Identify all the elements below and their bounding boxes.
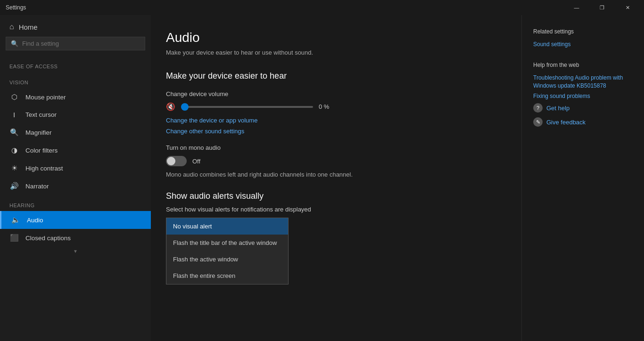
home-icon: ⌂ <box>9 23 14 31</box>
page-title: Audio <box>166 30 499 45</box>
give-feedback-row[interactable]: ✎ Give feedback <box>533 117 633 127</box>
volume-mute-icon: 🔇 <box>166 102 175 111</box>
related-settings-title: Related settings <box>533 28 633 35</box>
sidebar-item-label: Closed captions <box>25 235 71 242</box>
mouse-pointer-icon: ⬡ <box>9 93 19 101</box>
sidebar-item-label: Audio <box>27 217 43 224</box>
sidebar-item-narrator[interactable]: 🔊 Narrator <box>0 177 151 195</box>
sidebar-item-magnifier[interactable]: 🔍 Magnifier <box>0 123 151 141</box>
titlebar-title: Settings <box>6 4 26 11</box>
sidebar-item-mouse-pointer[interactable]: ⬡ Mouse pointer <box>0 88 151 106</box>
mono-toggle[interactable] <box>166 156 187 166</box>
search-input[interactable] <box>22 40 140 47</box>
volume-percent: 0 % <box>319 103 329 110</box>
app-title-label: Ease of Access <box>0 56 151 72</box>
dropdown-item-flash-screen[interactable]: Flash the entire screen <box>166 268 288 284</box>
main-content: Audio Make your device easier to hear or… <box>151 0 521 341</box>
give-feedback-link[interactable]: Give feedback <box>546 119 586 126</box>
help-section: Help from the web Troubleshooting Audio … <box>533 62 633 127</box>
sidebar: ⌂ Home 🔍 Ease of Access Vision ⬡ Mouse p… <box>0 0 151 341</box>
change-sound-link[interactable]: Change other sound settings <box>166 128 499 135</box>
search-icon: 🔍 <box>11 40 18 47</box>
close-button[interactable]: ✕ <box>617 0 638 15</box>
minimize-button[interactable]: — <box>566 0 587 15</box>
text-cursor-icon: I <box>9 111 19 119</box>
get-help-link[interactable]: Get help <box>546 105 570 112</box>
hearing-section-label: Hearing <box>0 195 151 211</box>
volume-label: Change device volume <box>166 90 499 97</box>
give-feedback-icon: ✎ <box>533 117 543 127</box>
sidebar-item-label: Color filters <box>25 147 58 154</box>
sidebar-scroll-area: Vision ⬡ Mouse pointer I Text cursor 🔍 M… <box>0 72 151 341</box>
get-help-icon: ? <box>533 103 543 113</box>
home-label: Home <box>19 23 38 31</box>
dropdown-item-no-visual[interactable]: No visual alert <box>166 218 288 235</box>
select-label: Select how visual alerts for notificatio… <box>166 206 499 213</box>
dropdown-item-flash-window[interactable]: Flash the active window <box>166 251 288 268</box>
troubleshoot-link[interactable]: Troubleshooting Audio problem with Windo… <box>533 74 633 90</box>
section2-title: Show audio alerts visually <box>166 191 499 201</box>
dropdown-item-flash-titlebar[interactable]: Flash the title bar of the active window <box>166 235 288 251</box>
sidebar-item-closed-captions[interactable]: ⬛ Closed captions <box>0 229 151 247</box>
sidebar-item-label: High contrast <box>25 165 63 172</box>
color-filters-icon: ◑ <box>9 146 19 154</box>
section1-title: Make your device easier to hear <box>166 71 499 81</box>
help-from-web-title: Help from the web <box>533 62 633 68</box>
titlebar-controls: — ❐ ✕ <box>566 0 638 15</box>
right-panel: Related settings Sound settings Help fro… <box>521 0 644 341</box>
mono-toggle-row: Off <box>166 156 499 166</box>
page-subtitle: Make your device easier to hear or use w… <box>166 49 499 56</box>
high-contrast-icon: ☀ <box>9 164 19 172</box>
mono-toggle-state: Off <box>192 158 200 165</box>
maximize-button[interactable]: ❐ <box>591 0 613 15</box>
sidebar-item-label: Magnifier <box>25 129 52 136</box>
sidebar-item-label: Mouse pointer <box>25 94 66 101</box>
sidebar-item-color-filters[interactable]: ◑ Color filters <box>0 141 151 159</box>
scroll-down-indicator: ▼ <box>0 247 151 256</box>
volume-slider[interactable] <box>181 106 313 108</box>
closed-captions-icon: ⬛ <box>9 234 19 242</box>
mono-label: Turn on mono audio <box>166 144 499 151</box>
magnifier-icon: 🔍 <box>9 128 19 137</box>
sidebar-item-label: Narrator <box>25 183 49 190</box>
content-area: Audio Make your device easier to hear or… <box>151 15 521 300</box>
search-box[interactable]: 🔍 <box>6 37 145 50</box>
fixing-link[interactable]: Fixing sound problems <box>533 92 633 100</box>
visual-alert-dropdown: No visual alert Flash the title bar of t… <box>166 218 289 284</box>
titlebar: Settings — ❐ ✕ <box>0 0 644 15</box>
change-volume-link[interactable]: Change the device or app volume <box>166 117 499 124</box>
audio-icon: 🔈 <box>11 216 20 224</box>
sidebar-item-audio[interactable]: 🔈 Audio <box>0 211 151 229</box>
narrator-icon: 🔊 <box>9 182 19 190</box>
sound-settings-link[interactable]: Sound settings <box>533 41 633 49</box>
mono-description: Mono audio combines left and right audio… <box>166 171 499 178</box>
vision-section-label: Vision <box>0 72 151 88</box>
get-help-row[interactable]: ? Get help <box>533 103 633 113</box>
toggle-thumb <box>167 157 175 165</box>
sidebar-item-text-cursor[interactable]: I Text cursor <box>0 106 151 123</box>
sidebar-home[interactable]: ⌂ Home <box>0 15 151 37</box>
sidebar-item-high-contrast[interactable]: ☀ High contrast <box>0 159 151 177</box>
volume-row: 🔇 0 % <box>166 102 499 111</box>
sidebar-item-label: Text cursor <box>25 111 57 118</box>
